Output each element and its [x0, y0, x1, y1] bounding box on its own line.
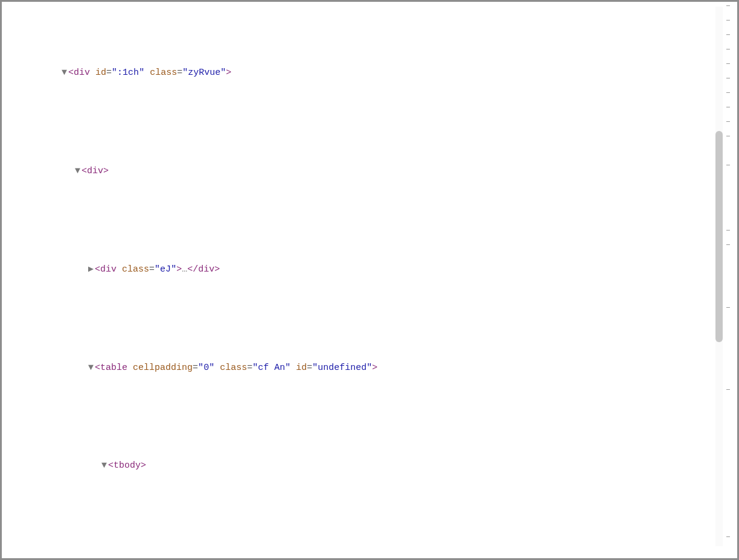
ruler-tick [726, 307, 730, 308]
dom-row[interactable]: ▶<div class="eJ">…</div> [11, 249, 712, 291]
ruler-tick [726, 63, 730, 64]
ruler-tick [726, 5, 730, 6]
dom-row[interactable]: ▼<table cellpadding="0" class="cf An" id… [11, 346, 712, 389]
dom-row[interactable]: ▼<div id=":1ch" class="zyRvue"> [11, 52, 712, 94]
dom-row[interactable]: ▼<tbody> [11, 445, 712, 487]
disclosure-triangle-down[interactable]: ▼ [101, 459, 108, 472]
disclosure-triangle-right[interactable]: ▶ [88, 262, 95, 276]
ruler-tick [726, 121, 730, 122]
ruler-tick [726, 49, 730, 49]
dom-tree-pane[interactable]: ▼<div id=":1ch" class="zyRvue"> ▼<div> ▶… [11, 2, 712, 551]
ruler-tick [726, 20, 730, 21]
disclosure-triangle-down[interactable]: ▼ [62, 66, 68, 80]
disclosure-triangle-down[interactable]: ▼ [75, 164, 82, 178]
dom-row[interactable]: ▼<div> [11, 150, 712, 192]
dom-row[interactable]: ▼<tr> [11, 543, 712, 551]
ruler-tick [726, 136, 730, 136]
scrollbar-thumb[interactable] [715, 131, 723, 342]
ruler-tick [726, 536, 730, 537]
ruler-tick [726, 92, 730, 93]
disclosure-triangle-down[interactable]: ▼ [88, 361, 95, 375]
overview-ruler [725, 5, 730, 550]
ruler-tick [726, 389, 730, 390]
ruler-tick [726, 230, 730, 231]
ruler-tick [726, 107, 730, 107]
devtools-frame: ▼<div id=":1ch" class="zyRvue"> ▼<div> ▶… [0, 0, 739, 560]
scrollbar-track[interactable] [715, 7, 723, 546]
ruler-tick [726, 244, 730, 245]
ruler-tick [726, 34, 730, 35]
ruler-tick [726, 165, 730, 165]
ruler-tick [726, 78, 730, 78]
